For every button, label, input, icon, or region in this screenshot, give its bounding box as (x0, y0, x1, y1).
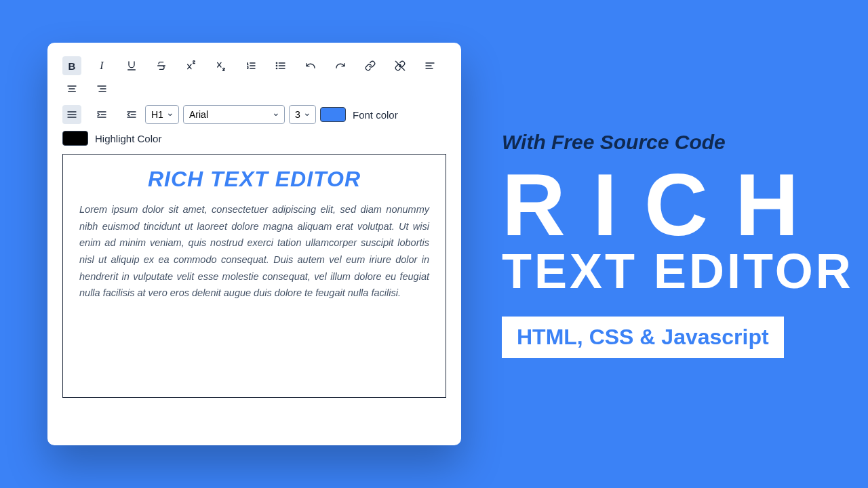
font-color-label: Font color (353, 109, 398, 121)
font-color-swatch[interactable] (320, 107, 346, 122)
highlight-color-label: Highlight Color (95, 133, 161, 144)
indent-button[interactable] (92, 105, 111, 124)
promo-tech-badge: HTML, CSS & Javascript (502, 317, 784, 358)
promo-title-line1: RICH (502, 161, 854, 249)
link-button[interactable] (361, 56, 380, 75)
svg-point-7 (276, 65, 277, 66)
italic-button[interactable]: I (92, 56, 111, 75)
toolbar-row-2: H1 Arial 3 Font color (62, 105, 446, 124)
font-value: Arial (189, 109, 208, 120)
superscript-button[interactable] (182, 56, 201, 75)
size-value: 3 (295, 109, 300, 120)
heading-select[interactable]: H1 (145, 105, 179, 124)
outdent-button[interactable] (122, 105, 141, 124)
svg-point-8 (276, 68, 277, 68)
redo-button[interactable] (331, 56, 350, 75)
content-heading: RICH TEXT EDITOR (79, 167, 429, 192)
content-body: Lorem ipsum dolor sit amet, consectetuer… (79, 201, 429, 302)
heading-value: H1 (151, 109, 163, 120)
toolbar-row-1: B I (62, 56, 446, 98)
svg-point-6 (276, 62, 277, 63)
promo-title-line2: TEXT EDITOR (502, 243, 854, 299)
promo-panel: With Free Source Code RICH TEXT EDITOR H… (502, 131, 854, 358)
bold-button[interactable]: B (62, 56, 81, 75)
font-select[interactable]: Arial (183, 105, 285, 124)
editor-card: B I H1 Arial 3 (47, 43, 461, 445)
align-left-button[interactable] (420, 56, 439, 75)
strikethrough-button[interactable] (152, 56, 171, 75)
align-right-button[interactable] (92, 79, 111, 98)
size-select[interactable]: 3 (289, 105, 316, 124)
unlink-button[interactable] (391, 56, 410, 75)
align-center-button[interactable] (62, 79, 81, 98)
toolbar-row-3: Highlight Color (62, 131, 446, 146)
unordered-list-button[interactable] (271, 56, 290, 75)
promo-tagline: With Free Source Code (502, 131, 854, 154)
editor-content-area[interactable]: RICH TEXT EDITOR Lorem ipsum dolor sit a… (62, 154, 446, 398)
ordered-list-button[interactable] (241, 56, 260, 75)
highlight-color-swatch[interactable] (62, 131, 88, 146)
underline-button[interactable] (122, 56, 141, 75)
subscript-button[interactable] (212, 56, 231, 75)
align-justify-button[interactable] (62, 105, 81, 124)
undo-button[interactable] (301, 56, 320, 75)
